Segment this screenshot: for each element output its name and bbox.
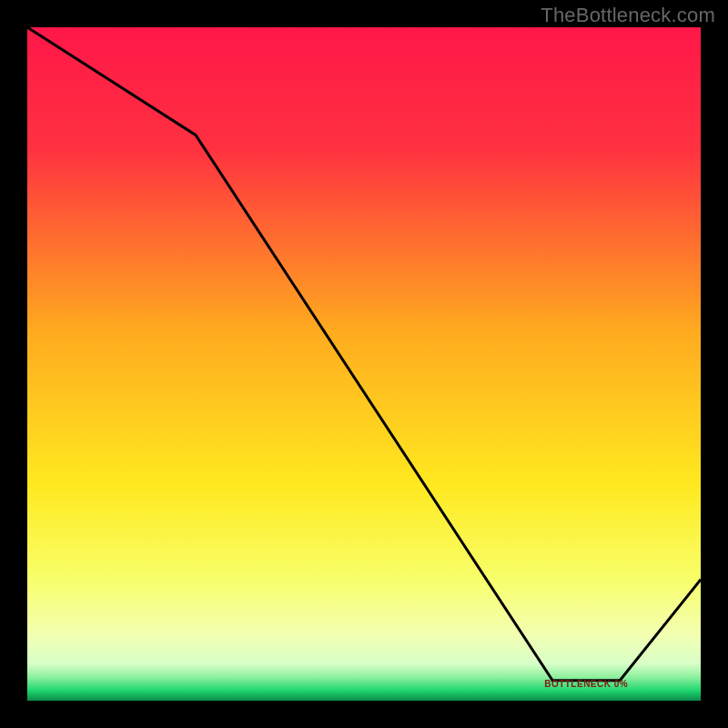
line-layer: [27, 27, 701, 701]
chart-container: TheBottleneck.com BOTTLENECK 0%: [0, 0, 728, 728]
bottleneck-curve: [27, 27, 701, 681]
plot-area: BOTTLENECK 0%: [27, 27, 701, 701]
attribution-text: TheBottleneck.com: [541, 4, 715, 27]
bottleneck-zero-label: BOTTLENECK 0%: [544, 679, 628, 689]
plot-frame: BOTTLENECK 0%: [27, 27, 701, 701]
